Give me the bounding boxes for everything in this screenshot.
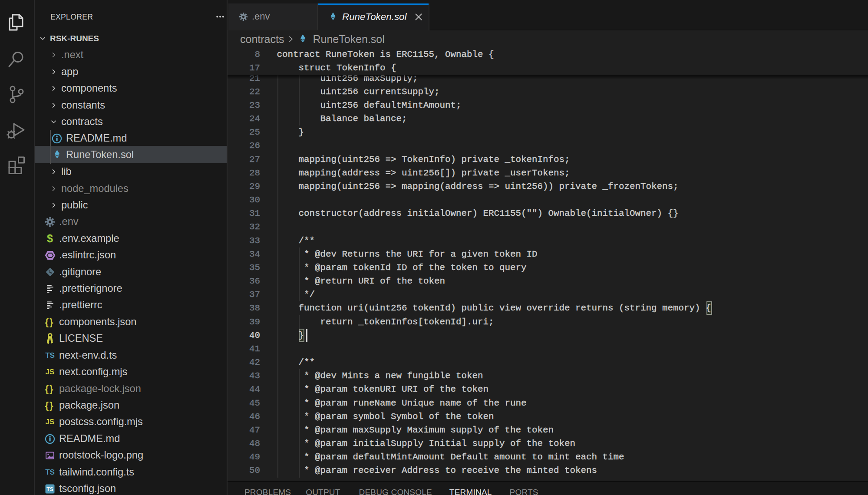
svg-text:TS: TS (46, 486, 53, 492)
